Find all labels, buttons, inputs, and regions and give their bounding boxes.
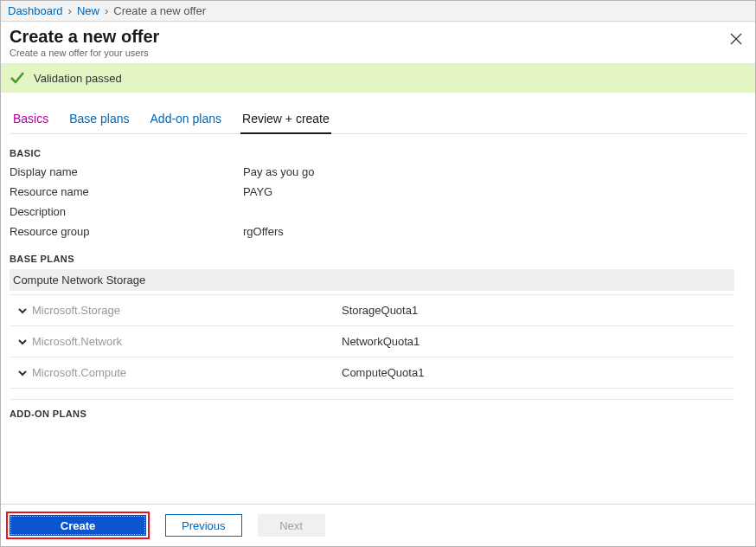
chevron-down-icon[interactable]: [13, 337, 32, 347]
breadcrumb-current: Create a new offer: [113, 4, 206, 17]
chevron-right-icon: ›: [105, 4, 108, 17]
check-icon: [10, 70, 25, 86]
plan-provider: Microsoft.Storage: [32, 304, 342, 317]
close-button[interactable]: [727, 30, 745, 48]
divider: [10, 399, 734, 400]
create-button-highlight: Create: [6, 512, 150, 539]
field-value: rgOffers: [243, 225, 284, 238]
tab-bar: Basics Base plans Add-on plans Review + …: [10, 106, 746, 134]
breadcrumb: Dashboard › New › Create a new offer: [1, 1, 755, 22]
validation-message: Validation passed: [34, 72, 122, 85]
page-subtitle: Create a new offer for your users: [10, 48, 746, 58]
create-button[interactable]: Create: [10, 516, 145, 535]
section-basic-label: BASIC: [10, 148, 746, 158]
section-baseplans-label: BASE PLANS: [10, 254, 746, 264]
baseplan-group-name: Compute Network Storage: [10, 269, 734, 291]
field-resource-group: Resource group rgOffers: [10, 225, 746, 238]
chevron-down-icon[interactable]: [13, 368, 32, 378]
close-icon: [730, 33, 742, 45]
plan-provider: Microsoft.Compute: [32, 366, 342, 379]
previous-button[interactable]: Previous: [165, 514, 242, 537]
field-label: Resource group: [10, 225, 243, 238]
plan-quota: ComputeQuota1: [342, 366, 424, 379]
breadcrumb-new[interactable]: New: [77, 4, 99, 17]
field-resource-name: Resource name PAYG: [10, 185, 746, 198]
field-label: Display name: [10, 165, 243, 178]
plan-provider: Microsoft.Network: [32, 335, 342, 348]
breadcrumb-dashboard[interactable]: Dashboard: [8, 4, 63, 17]
section-addon-label: ADD-ON PLANS: [10, 409, 746, 419]
plan-row[interactable]: Microsoft.Network NetworkQuota1: [10, 326, 734, 357]
field-label: Resource name: [10, 185, 243, 198]
page-header: Create a new offer Create a new offer fo…: [1, 22, 755, 63]
field-description: Description: [10, 205, 746, 218]
chevron-down-icon[interactable]: [13, 306, 32, 316]
tab-base-plans[interactable]: Base plans: [67, 106, 131, 133]
plan-row[interactable]: Microsoft.Compute ComputeQuota1: [10, 357, 734, 389]
next-button: Next: [258, 514, 325, 537]
field-value: PAYG: [243, 185, 272, 198]
plan-quota: NetworkQuota1: [342, 335, 420, 348]
chevron-right-icon: ›: [68, 4, 72, 17]
field-display-name: Display name Pay as you go: [10, 165, 746, 178]
field-label: Description: [10, 205, 243, 218]
tab-review-create[interactable]: Review + create: [240, 106, 331, 134]
baseplan-table: Microsoft.Storage StorageQuota1 Microsof…: [10, 294, 734, 389]
tab-basics[interactable]: Basics: [11, 106, 50, 133]
page-title: Create a new offer: [10, 27, 746, 47]
plan-row[interactable]: Microsoft.Storage StorageQuota1: [10, 294, 734, 326]
validation-banner: Validation passed: [1, 63, 755, 93]
button-bar: Create Previous Next: [1, 504, 755, 546]
tab-addon-plans[interactable]: Add-on plans: [149, 106, 224, 133]
plan-quota: StorageQuota1: [342, 304, 418, 317]
field-value: Pay as you go: [243, 165, 314, 178]
